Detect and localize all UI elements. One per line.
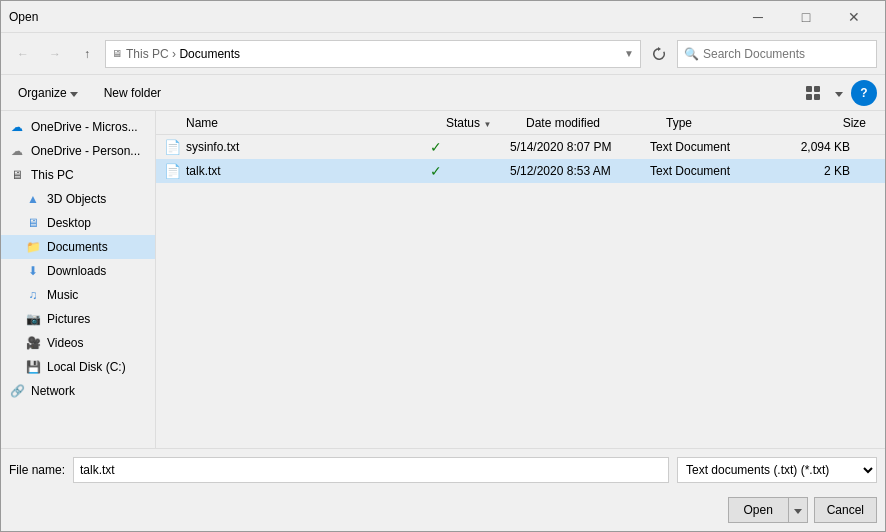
breadcrumb-monitor-icon: 🖥 xyxy=(112,48,122,59)
sidebar-item-network[interactable]: 🔗 Network xyxy=(1,379,155,403)
sidebar-item-label: Music xyxy=(47,288,78,302)
table-row[interactable]: 📄 talk.txt ✓ 5/12/2020 8:53 AM Text Docu… xyxy=(156,159,885,183)
cancel-button[interactable]: Cancel xyxy=(814,497,877,523)
open-button[interactable]: Open xyxy=(728,497,788,523)
sidebar-item-label: 3D Objects xyxy=(47,192,106,206)
filename-label: File name: xyxy=(9,463,65,477)
file-name-cell: sysinfo.txt xyxy=(186,140,430,154)
table-header: Name Status ▼ Date modified Type Size xyxy=(156,111,885,135)
sidebar-item-downloads[interactable]: ⬇ Downloads xyxy=(1,259,155,283)
desktop-icon: 🖥 xyxy=(25,215,41,231)
new-folder-button[interactable]: New folder xyxy=(95,80,170,106)
sidebar-item-label: Documents xyxy=(47,240,108,254)
actions-toolbar: Organize New folder ? xyxy=(1,75,885,111)
file-type: Text Document xyxy=(650,140,770,154)
maximize-button[interactable]: □ xyxy=(783,1,829,33)
forward-button[interactable]: → xyxy=(41,40,69,68)
this-pc-icon: 🖥 xyxy=(9,167,25,183)
file-name: sysinfo.txt xyxy=(186,140,239,154)
pictures-icon: 📷 xyxy=(25,311,41,327)
network-icon: 🔗 xyxy=(9,383,25,399)
col-header-name[interactable]: Name xyxy=(186,116,446,130)
search-box[interactable]: 🔍 xyxy=(677,40,877,68)
open-dropdown-icon xyxy=(794,505,802,516)
search-icon: 🔍 xyxy=(684,47,699,61)
minimize-button[interactable]: ─ xyxy=(735,1,781,33)
col-header-status[interactable]: Status ▼ xyxy=(446,116,526,130)
sidebar-item-label: Videos xyxy=(47,336,83,350)
sidebar-item-label: Desktop xyxy=(47,216,91,230)
view-icon xyxy=(805,85,821,101)
onedrive-micro-icon: ☁ xyxy=(9,119,25,135)
refresh-button[interactable] xyxy=(645,40,673,68)
sidebar-item-documents[interactable]: 📁 Documents xyxy=(1,235,155,259)
svg-rect-4 xyxy=(814,94,820,100)
sidebar-item-onedrive-micro[interactable]: ☁ OneDrive - Micros... xyxy=(1,115,155,139)
close-button[interactable]: ✕ xyxy=(831,1,877,33)
status-synced-icon: ✓ xyxy=(430,139,442,155)
filename-input[interactable] xyxy=(73,457,669,483)
filename-bar: File name: Text documents (.txt) (*.txt) xyxy=(1,448,885,491)
file-name: talk.txt xyxy=(186,164,221,178)
address-dropdown-icon[interactable]: ▼ xyxy=(624,48,634,59)
sort-arrow-icon: ▼ xyxy=(483,120,491,129)
col-header-size[interactable]: Size xyxy=(786,116,866,130)
music-icon: ♫ xyxy=(25,287,41,303)
file-status: ✓ xyxy=(430,139,510,155)
content-area: ☁ OneDrive - Micros... ☁ OneDrive - Pers… xyxy=(1,111,885,448)
table-row[interactable]: 📄 sysinfo.txt ✓ 5/14/2020 8:07 PM Text D… xyxy=(156,135,885,159)
downloads-icon: ⬇ xyxy=(25,263,41,279)
button-row: Open Cancel xyxy=(1,491,885,531)
open-btn-group: Open xyxy=(728,497,808,523)
disk-icon: 💾 xyxy=(25,359,41,375)
svg-rect-3 xyxy=(806,94,812,100)
sidebar-item-desktop[interactable]: 🖥 Desktop xyxy=(1,211,155,235)
col-header-type[interactable]: Type xyxy=(666,116,786,130)
view-options-button[interactable] xyxy=(799,80,827,106)
organize-chevron-icon xyxy=(70,86,78,100)
refresh-icon xyxy=(652,47,666,61)
svg-marker-0 xyxy=(658,47,661,51)
sidebar-item-pictures[interactable]: 📷 Pictures xyxy=(1,307,155,331)
sidebar-item-onedrive-person[interactable]: ☁ OneDrive - Person... xyxy=(1,139,155,163)
organize-button[interactable]: Organize xyxy=(9,80,87,106)
filetype-select[interactable]: Text documents (.txt) (*.txt) xyxy=(677,457,877,483)
file-date: 5/12/2020 8:53 AM xyxy=(510,164,650,178)
sidebar-item-local-disk[interactable]: 💾 Local Disk (C:) xyxy=(1,355,155,379)
view-chevron-icon[interactable] xyxy=(835,86,843,100)
address-bar[interactable]: 🖥 This PC › Documents ▼ xyxy=(105,40,641,68)
file-type: Text Document xyxy=(650,164,770,178)
file-size: 2 KB xyxy=(770,164,850,178)
videos-icon: 🎥 xyxy=(25,335,41,351)
sidebar-item-music[interactable]: ♫ Music xyxy=(1,283,155,307)
sidebar-item-videos[interactable]: 🎥 Videos xyxy=(1,331,155,355)
breadcrumb-documents[interactable]: Documents xyxy=(179,47,240,61)
up-button[interactable]: ↑ xyxy=(73,40,101,68)
sidebar-item-label: OneDrive - Micros... xyxy=(31,120,138,134)
sidebar-item-this-pc[interactable]: 🖥 This PC xyxy=(1,163,155,187)
open-dialog: Open ─ □ ✕ ← → ↑ 🖥 This PC › Documents ▼ xyxy=(0,0,886,532)
sidebar-item-label: Pictures xyxy=(47,312,90,326)
file-table: Name Status ▼ Date modified Type Size xyxy=(156,111,885,448)
dialog-title: Open xyxy=(9,10,38,24)
sidebar-item-label: OneDrive - Person... xyxy=(31,144,140,158)
status-synced-icon: ✓ xyxy=(430,163,442,179)
sidebar: ☁ OneDrive - Micros... ☁ OneDrive - Pers… xyxy=(1,111,156,448)
titlebar: Open ─ □ ✕ xyxy=(1,1,885,33)
open-dropdown-button[interactable] xyxy=(788,497,808,523)
breadcrumb-thispc[interactable]: This PC xyxy=(126,47,169,61)
breadcrumb-path: This PC › Documents xyxy=(126,47,620,61)
documents-icon: 📁 xyxy=(25,239,41,255)
col-header-date[interactable]: Date modified xyxy=(526,116,666,130)
sidebar-item-label: Network xyxy=(31,384,75,398)
sidebar-item-3d-objects[interactable]: ▲ 3D Objects xyxy=(1,187,155,211)
file-icon: 📄 xyxy=(164,139,180,155)
file-date: 5/14/2020 8:07 PM xyxy=(510,140,650,154)
back-button[interactable]: ← xyxy=(9,40,37,68)
search-input[interactable] xyxy=(703,47,870,61)
help-button[interactable]: ? xyxy=(851,80,877,106)
file-icon: 📄 xyxy=(164,163,180,179)
svg-rect-2 xyxy=(814,86,820,92)
3d-objects-icon: ▲ xyxy=(25,191,41,207)
titlebar-controls: ─ □ ✕ xyxy=(735,1,877,33)
